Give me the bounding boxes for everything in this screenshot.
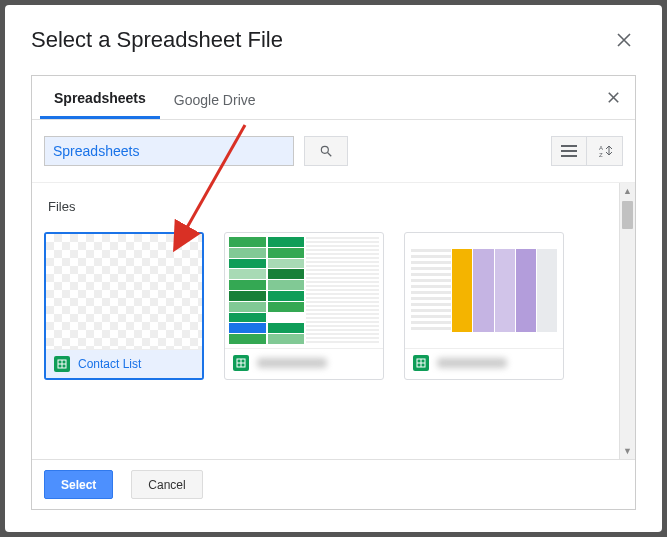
file-thumbnail xyxy=(405,233,563,348)
svg-text:Z: Z xyxy=(599,152,603,158)
file-picker: Spreadsheets Google Drive xyxy=(31,75,636,510)
cancel-button[interactable]: Cancel xyxy=(131,470,202,499)
dialog-title: Select a Spreadsheet File xyxy=(31,27,283,53)
close-icon xyxy=(608,92,619,103)
scroll-thumb[interactable] xyxy=(622,201,633,229)
scroll-up-arrow[interactable]: ▲ xyxy=(620,183,635,199)
dialog-header: Select a Spreadsheet File xyxy=(31,27,636,53)
picker-close-button[interactable] xyxy=(600,89,627,107)
file-name-obscured xyxy=(437,358,507,368)
search-input[interactable] xyxy=(44,136,294,166)
sort-az-icon: A Z xyxy=(597,144,613,158)
file-thumbnail xyxy=(46,234,202,349)
tab-google-drive[interactable]: Google Drive xyxy=(160,78,270,118)
file-caption xyxy=(225,348,383,377)
sheets-icon xyxy=(233,355,249,371)
search-icon xyxy=(319,144,333,158)
close-icon xyxy=(617,33,631,47)
file-grid: Contact List xyxy=(44,232,607,380)
file-caption xyxy=(405,348,563,377)
toolbar: A Z xyxy=(32,120,635,183)
search-wrap xyxy=(44,136,348,166)
tabs-row: Spreadsheets Google Drive xyxy=(32,76,635,120)
file-name-obscured xyxy=(257,358,327,368)
file-card-3[interactable] xyxy=(404,232,564,380)
svg-rect-3 xyxy=(561,155,577,157)
list-view-button[interactable] xyxy=(551,136,587,166)
file-name: Contact List xyxy=(78,357,141,371)
svg-point-0 xyxy=(321,146,328,153)
select-file-dialog: Select a Spreadsheet File Spreadsheets G… xyxy=(5,5,662,532)
scrollbar[interactable]: ▲ ▼ xyxy=(619,183,635,459)
scroll-down-arrow[interactable]: ▼ xyxy=(620,443,635,459)
sort-button[interactable]: A Z xyxy=(587,136,623,166)
file-caption: Contact List xyxy=(46,349,202,378)
files-heading: Files xyxy=(44,199,607,214)
content-area: Files Contact List xyxy=(32,183,635,459)
sheets-icon xyxy=(54,356,70,372)
dialog-close-button[interactable] xyxy=(612,29,636,52)
tab-spreadsheets[interactable]: Spreadsheets xyxy=(40,76,160,119)
svg-rect-2 xyxy=(561,150,577,152)
svg-rect-1 xyxy=(561,145,577,147)
file-card-contact-list[interactable]: Contact List xyxy=(44,232,204,380)
list-icon xyxy=(561,145,577,157)
footer: Select Cancel xyxy=(32,459,635,509)
file-thumbnail xyxy=(225,233,383,348)
select-button[interactable]: Select xyxy=(44,470,113,499)
sheets-icon xyxy=(413,355,429,371)
file-card-2[interactable] xyxy=(224,232,384,380)
file-list: Files Contact List xyxy=(32,183,619,459)
svg-text:A: A xyxy=(599,145,603,151)
search-button[interactable] xyxy=(304,136,348,166)
view-toggle-group: A Z xyxy=(551,136,623,166)
